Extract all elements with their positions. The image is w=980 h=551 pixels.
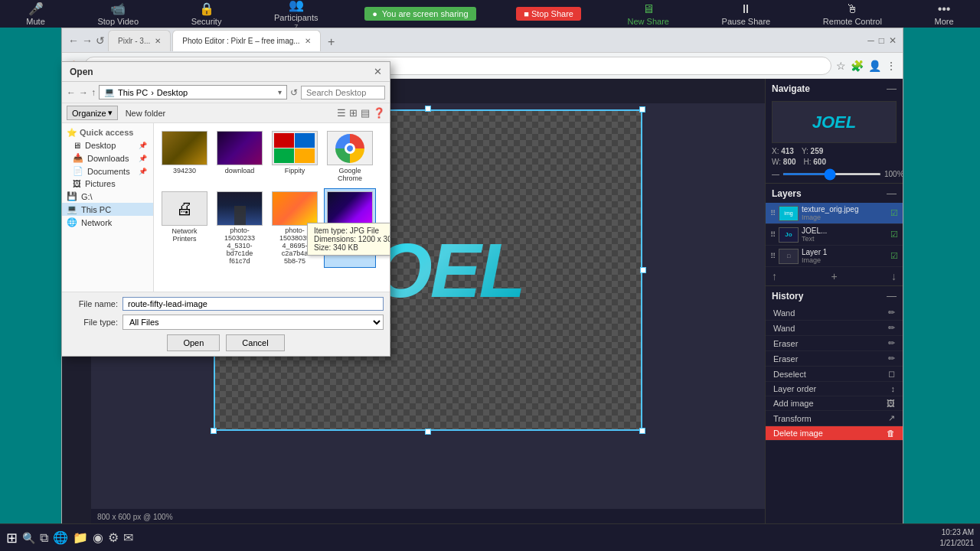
sidebar-item-pictures[interactable]: 🖼 Pictures	[62, 178, 153, 190]
taskbar-files[interactable]: 📁	[73, 530, 88, 545]
taskbar-mail[interactable]: ✉	[123, 530, 133, 545]
zoom-slider[interactable]	[782, 173, 881, 175]
search-btn[interactable]: 🔍	[22, 532, 35, 544]
layer-vis-1[interactable]: ☑	[890, 230, 898, 240]
layer-vis-0[interactable]: ☑	[890, 208, 898, 218]
dialog-close-btn[interactable]: ✕	[374, 66, 382, 77]
sidebar-item-documents[interactable]: 📄 Documents 📌	[62, 165, 153, 178]
organize-btn[interactable]: Organize ▾	[67, 106, 118, 120]
navigate-body: JOEL X: 413 Y: 259 W: 800 H: 600 — 100%	[766, 98, 903, 183]
sidebar-quick-access-header: ⭐ Quick access	[62, 126, 153, 139]
minimize-btn[interactable]: ─	[867, 35, 874, 46]
tab-pixlr-editor[interactable]: Photo Editor : Pixlr E – free imag... ✕	[172, 30, 320, 51]
forward-btn[interactable]: →	[82, 34, 93, 47]
handle-bl[interactable]	[211, 428, 217, 434]
filename-input[interactable]	[122, 297, 384, 311]
view-grid-btn[interactable]: ⊞	[349, 107, 358, 119]
filetype-select[interactable]: All Files JPG Files PNG Files	[122, 315, 384, 330]
sidebar-item-downloads[interactable]: 📥 Downloads 📌	[62, 152, 153, 165]
back-btn[interactable]: ←	[68, 34, 79, 47]
participants-btn[interactable]: 👥 Participants 7	[268, 0, 324, 31]
mute-btn[interactable]: 🎤 Mute	[20, 2, 51, 26]
maximize-btn[interactable]: □	[879, 35, 884, 46]
handle-tr[interactable]	[639, 106, 645, 112]
profile-btn[interactable]: 👤	[868, 60, 881, 72]
dialog-up-btn[interactable]: ↑	[91, 87, 96, 98]
handle-tm[interactable]	[425, 106, 431, 112]
close-window-btn[interactable]: ✕	[889, 35, 897, 46]
dialog-sidebar: ⭐ Quick access 🖥 Desktop 📌 📥 Downloads 📌…	[62, 123, 154, 292]
layer-add-btn[interactable]: +	[831, 270, 837, 282]
history-item-transform[interactable]: Transform ↗	[766, 411, 903, 426]
sidebar-item-network[interactable]: 🌐 Network	[62, 216, 153, 229]
close-tab-2[interactable]: ✕	[305, 37, 311, 45]
file-thumb-394230	[162, 131, 207, 165]
help-btn[interactable]: ❓	[373, 107, 385, 119]
refresh-btn[interactable]: ↺	[96, 34, 105, 47]
security-btn[interactable]: 🔒 Security	[185, 2, 228, 26]
stop-share-btn[interactable]: ■ Stop Share	[516, 7, 581, 21]
dialog-forward-btn[interactable]: →	[79, 87, 88, 98]
history-item-add-image[interactable]: Add image 🖼	[766, 396, 903, 411]
sidebar-item-gdrive[interactable]: 💾 G:\	[62, 190, 153, 203]
menu-btn[interactable]: ⋮	[886, 60, 897, 72]
dialog-open-btn[interactable]: Open	[167, 334, 220, 351]
stop-video-btn[interactable]: 📹 Stop Video	[91, 2, 145, 26]
taskbar-chrome[interactable]: ◉	[93, 530, 103, 545]
new-share-btn[interactable]: 🖥 New Share	[622, 2, 675, 26]
sidebar-item-desktop[interactable]: 🖥 Desktop 📌	[62, 139, 153, 152]
handle-br[interactable]	[639, 428, 645, 434]
history-item-layer-order[interactable]: Layer order ↕	[766, 382, 903, 396]
layer-down-btn[interactable]: ↓	[891, 270, 897, 282]
history-item-delete-image[interactable]: Delete image 🗑	[766, 426, 903, 441]
sidebar-item-this-pc[interactable]: 💻 This PC	[62, 203, 153, 216]
history-icon-2: ✏	[888, 338, 895, 348]
layer-item-joel[interactable]: ⠿ Jo JOEL... Text ☑	[766, 224, 903, 246]
dialog-search-input[interactable]	[301, 86, 385, 99]
view-list-btn[interactable]: ☰	[337, 107, 346, 119]
layer-actions: ↑ + ↓	[766, 267, 903, 285]
star-btn[interactable]: ☆	[836, 60, 846, 72]
history-item-deselect[interactable]: Deselect ◻	[766, 367, 903, 382]
navigate-collapse[interactable]: —	[887, 83, 897, 94]
layers-collapse[interactable]: —	[887, 187, 897, 199]
file-item-chrome[interactable]: Google Chrome	[324, 128, 376, 185]
start-btn[interactable]: ⊞	[6, 530, 18, 546]
history-item-wand2[interactable]: Wand ✏	[766, 321, 903, 336]
history-item-wand1[interactable]: Wand ✏	[766, 305, 903, 321]
history-item-eraser2[interactable]: Eraser ✏	[766, 351, 903, 367]
taskbar-views-btn[interactable]: ⧉	[40, 531, 48, 545]
new-tab-btn[interactable]: +	[322, 33, 341, 51]
dialog-cancel-btn[interactable]: Cancel	[226, 334, 284, 351]
handle-bm[interactable]	[425, 429, 431, 435]
dialog-refresh-btn[interactable]: ↺	[290, 87, 298, 98]
remote-control-btn[interactable]: 🖱 Remote Control	[817, 2, 888, 26]
mute-icon: 🎤	[28, 2, 44, 16]
file-item-photo1[interactable]: photo-150302334_5310-bd7c1def61c7d	[214, 188, 266, 268]
history-header: History —	[766, 286, 903, 305]
more-btn[interactable]: ••• More	[929, 2, 960, 26]
extensions-btn[interactable]: 🧩	[851, 60, 864, 72]
pause-share-btn[interactable]: ⏸ Pause Share	[716, 2, 777, 26]
zoom-bar: 🎤 Mute 📹 Stop Video 🔒 Security 👥 Partici…	[0, 0, 980, 28]
taskbar-settings[interactable]: ⚙	[108, 530, 119, 545]
layer-up-btn[interactable]: ↑	[772, 270, 777, 282]
new-folder-btn[interactable]: New folder	[122, 107, 169, 119]
file-item-fippity[interactable]: Fippity	[269, 128, 321, 185]
layer-vis-2[interactable]: ☑	[890, 251, 898, 261]
history-icon-5: ↕	[891, 384, 896, 393]
handle-mr[interactable]	[640, 267, 646, 273]
layer-item-layer1[interactable]: ⠿ □ Layer 1 Image ☑	[766, 246, 903, 267]
history-collapse[interactable]: —	[887, 290, 897, 302]
taskbar-edge[interactable]: 🌐	[53, 530, 68, 545]
history-item-eraser1[interactable]: Eraser ✏	[766, 336, 903, 351]
layer-item-texture[interactable]: ⠿ img texture_orig.jpeg Image ☑	[766, 203, 903, 224]
layer-thumb-joel: Jo	[779, 227, 799, 243]
close-tab-1[interactable]: ✕	[155, 37, 161, 45]
tab-pixlr-art[interactable]: Pixlr - 3... ✕	[108, 30, 171, 51]
file-item-394230[interactable]: 394230	[158, 128, 211, 185]
file-item-download[interactable]: download	[214, 128, 266, 185]
view-details-btn[interactable]: ▤	[361, 107, 370, 119]
dialog-back-btn[interactable]: ←	[67, 87, 76, 98]
file-item-network-printers[interactable]: 🖨 Network Printers	[158, 188, 211, 268]
